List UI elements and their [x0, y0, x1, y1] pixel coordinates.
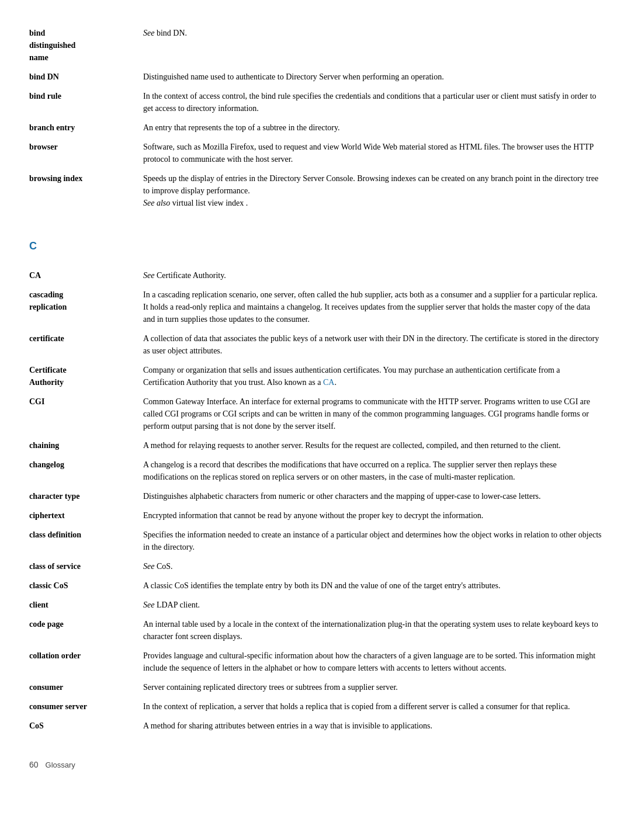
- table-row: character typeDistinguishes alphabetic c…: [29, 487, 602, 506]
- definition-cell: Distinguishes alphabetic characters from…: [143, 487, 602, 506]
- definition-cell: Specifies the information needed to crea…: [143, 525, 602, 557]
- definition-cell: Speeds up the display of entries in the …: [143, 169, 602, 213]
- term-cell: branch entry: [29, 118, 143, 137]
- term-cell: CertificateAuthority: [29, 360, 143, 392]
- table-row: chainingA method for relaying requests t…: [29, 436, 602, 455]
- term-cell: cascadingreplication: [29, 285, 143, 329]
- definition-cell: In the context of access control, the bi…: [143, 86, 602, 118]
- definition-cell: Software, such as Mozilla Firefox, used …: [143, 137, 602, 169]
- term-cell: changelog: [29, 455, 143, 487]
- definition-cell: A method for sharing attributes between …: [143, 716, 602, 735]
- table-row: consumer serverIn the context of replica…: [29, 697, 602, 716]
- table-row: CASee Certificate Authority.: [29, 266, 602, 285]
- term-cell: class definition: [29, 525, 143, 557]
- section-header: C: [29, 238, 602, 254]
- page-number: 60: [29, 759, 39, 771]
- definition-cell: In the context of replication, a server …: [143, 697, 602, 716]
- term-cell: character type: [29, 487, 143, 506]
- term-cell: consumer: [29, 678, 143, 697]
- definition-cell: An entry that represents the top of a su…: [143, 118, 602, 137]
- term-cell: browser: [29, 137, 143, 169]
- definition-cell: Company or organization that sells and i…: [143, 360, 602, 392]
- term-cell: collation order: [29, 646, 143, 678]
- table-row: CertificateAuthorityCompany or organizat…: [29, 360, 602, 392]
- definition-cell: See bind DN.: [143, 23, 602, 67]
- table-row: CoSA method for sharing attributes betwe…: [29, 716, 602, 735]
- term-cell: code page: [29, 615, 143, 646]
- definition-cell: Provides language and cultural-specific …: [143, 646, 602, 678]
- term-cell: class of service: [29, 557, 143, 576]
- term-cell: certificate: [29, 329, 143, 360]
- definition-cell: A classic CoS identifies the template en…: [143, 576, 602, 595]
- table-row: branch entryAn entry that represents the…: [29, 118, 602, 137]
- term-cell: consumer server: [29, 697, 143, 716]
- definition-cell: Distinguished name used to authenticate …: [143, 67, 602, 86]
- term-cell: CGI: [29, 392, 143, 436]
- definition-cell: A collection of data that associates the…: [143, 329, 602, 360]
- table-row: class of serviceSee CoS.: [29, 557, 602, 576]
- table-row: class definitionSpecifies the informatio…: [29, 525, 602, 557]
- table-row: classic CoSA classic CoS identifies the …: [29, 576, 602, 595]
- table-row: bind DNDistinguished name used to authen…: [29, 67, 602, 86]
- table-row: CGICommon Gateway Interface. An interfac…: [29, 392, 602, 436]
- definition-cell: Common Gateway Interface. An interface f…: [143, 392, 602, 436]
- definition-cell: Server containing replicated directory t…: [143, 678, 602, 697]
- page-footer: 60 Glossary: [29, 759, 602, 771]
- table-row: binddistinguishednameSee bind DN.: [29, 23, 602, 67]
- definition-cell: In a cascading replication scenario, one…: [143, 285, 602, 329]
- table-row: certificateA collection of data that ass…: [29, 329, 602, 360]
- definition-cell: An internal table used by a locale in th…: [143, 615, 602, 646]
- table-row: code pageAn internal table used by a loc…: [29, 615, 602, 646]
- glossary-table: binddistinguishednameSee bind DN.bind DN…: [29, 23, 602, 735]
- table-row: bind ruleIn the context of access contro…: [29, 86, 602, 118]
- table-row: consumerServer containing replicated dir…: [29, 678, 602, 697]
- table-row: changelogA changelog is a record that de…: [29, 455, 602, 487]
- footer-label: Glossary: [46, 759, 75, 771]
- definition-cell: A method for relaying requests to anothe…: [143, 436, 602, 455]
- definition-cell: A changelog is a record that describes t…: [143, 455, 602, 487]
- table-row: browserSoftware, such as Mozilla Firefox…: [29, 137, 602, 169]
- table-row: browsing indexSpeeds up the display of e…: [29, 169, 602, 213]
- table-row: collation orderProvides language and cul…: [29, 646, 602, 678]
- definition-cell: Encrypted information that cannot be rea…: [143, 506, 602, 525]
- definition-cell: See Certificate Authority.: [143, 266, 602, 285]
- table-row: clientSee LDAP client.: [29, 595, 602, 615]
- term-cell: chaining: [29, 436, 143, 455]
- term-cell: ciphertext: [29, 506, 143, 525]
- definition-cell: See CoS.: [143, 557, 602, 576]
- term-cell: binddistinguishedname: [29, 23, 143, 67]
- definition-cell: See LDAP client.: [143, 595, 602, 615]
- term-cell: classic CoS: [29, 576, 143, 595]
- table-row: cascadingreplicationIn a cascading repli…: [29, 285, 602, 329]
- term-cell: client: [29, 595, 143, 615]
- term-cell: bind DN: [29, 67, 143, 86]
- term-cell: bind rule: [29, 86, 143, 118]
- term-cell: browsing index: [29, 169, 143, 213]
- term-cell: CoS: [29, 716, 143, 735]
- table-row: ciphertextEncrypted information that can…: [29, 506, 602, 525]
- term-cell: CA: [29, 266, 143, 285]
